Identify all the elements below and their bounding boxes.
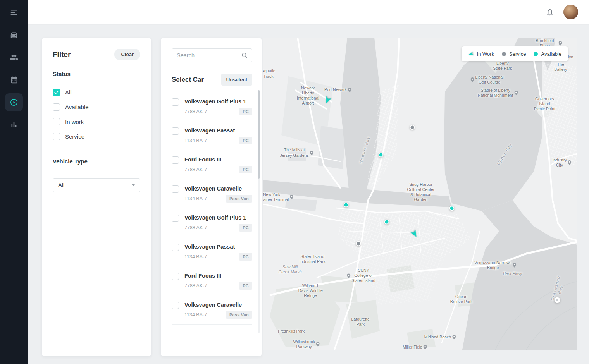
car-plate: 1134 BA-7: [184, 138, 207, 143]
legend-label: In Work: [477, 51, 494, 57]
car-checkbox[interactable]: [172, 98, 179, 106]
user-avatar[interactable]: [563, 5, 578, 19]
map[interactable]: Aquatic TrackNewark Liberty Internationa…: [263, 38, 577, 350]
status-option-label: Available: [65, 104, 89, 110]
car-plate: 7788 AK-7: [184, 167, 207, 172]
map-marker-available[interactable]: [343, 203, 348, 208]
car-plate: 1134 BA-7: [184, 312, 207, 318]
calendar-icon: [10, 76, 18, 84]
vehicle-type-select[interactable]: All: [53, 178, 140, 192]
car-list-item[interactable]: Volksvagen Passat1134 BA-7PC: [172, 237, 252, 266]
unselect-all-button[interactable]: Unselect: [221, 74, 252, 86]
status-option-service[interactable]: Service: [53, 133, 140, 140]
car-search-input[interactable]: [172, 48, 252, 62]
notifications-button[interactable]: [546, 8, 554, 16]
car-info: Ford Focus III7788 AK-7PC: [184, 273, 252, 290]
map-marker-in-work[interactable]: [410, 229, 419, 238]
car-list-item[interactable]: Volksvagen Caravelle1134 BA-7Pass Van: [172, 295, 252, 325]
sidebar-item-calendar[interactable]: [5, 71, 23, 89]
checkbox[interactable]: [53, 118, 60, 125]
car-checkbox[interactable]: [172, 215, 179, 222]
car-type-badge: Pass Van: [226, 311, 252, 319]
car-list-item[interactable]: Volksvagen Passat1134 BA-7PC: [172, 121, 252, 150]
car-checkbox[interactable]: [172, 156, 179, 164]
car-name: Ford Focus III: [184, 156, 252, 163]
sidebar-item-fleet[interactable]: [5, 26, 23, 44]
car-checkbox[interactable]: [172, 302, 179, 309]
search-box: [172, 48, 252, 62]
car-checkbox[interactable]: [172, 185, 179, 193]
menu-icon: [10, 8, 18, 17]
map-marker-in-work[interactable]: [323, 96, 332, 105]
car-meta: 1134 BA-7Pass Van: [184, 311, 252, 319]
status-option-available[interactable]: Available: [53, 103, 140, 111]
car-meta: 1134 BA-7Pass Van: [184, 195, 252, 203]
car-plate: 7788 AK-7: [184, 225, 207, 230]
car-name: Volksvagen Golf Plus 1: [184, 98, 252, 105]
users-icon: [10, 53, 18, 62]
select-car-heading: Select Car: [172, 76, 204, 84]
map-marker-user[interactable]: [554, 297, 560, 303]
car-meta: 7788 AK-7PC: [184, 224, 252, 232]
car-list-item[interactable]: Volksvagen Golf Plus 17788 AK-7PC: [172, 208, 252, 237]
checkbox[interactable]: [53, 89, 60, 96]
status-option-all[interactable]: All: [53, 89, 140, 96]
status-option-in-work[interactable]: In work: [53, 118, 140, 125]
vehicle-type-value: All: [58, 182, 64, 188]
bar-chart-icon: [10, 120, 18, 129]
status-option-label: Service: [65, 133, 84, 140]
map-marker-available[interactable]: [378, 153, 383, 158]
car-list-item[interactable]: Ford Focus III7788 AK-7PC: [172, 150, 252, 179]
car-list-item[interactable]: Volksvagen Golf Plus 17788 AK-7PC: [172, 92, 252, 121]
top-header: [28, 0, 589, 24]
checkbox[interactable]: [53, 103, 60, 111]
sidebar-item-reports[interactable]: [5, 116, 23, 134]
available-icon: [534, 52, 538, 56]
legend-item-service: Service: [502, 51, 526, 57]
map-marker-service[interactable]: [356, 241, 361, 246]
map-markers: [263, 38, 577, 350]
car-select-panel: Select Car Unselect Volksvagen Golf Plus…: [161, 38, 262, 356]
car-checkbox[interactable]: [172, 273, 179, 280]
in-work-icon: [468, 51, 474, 57]
car-type-badge: PC: [239, 108, 252, 115]
map-marker-available[interactable]: [384, 219, 389, 224]
checkbox[interactable]: [53, 133, 60, 140]
legend-item-available: Available: [534, 51, 561, 57]
car-checkbox[interactable]: [172, 244, 179, 251]
status-option-label: All: [65, 89, 72, 96]
sidebar-item-tracking[interactable]: [5, 93, 23, 111]
sidebar-nav: [0, 0, 28, 138]
car-type-badge: PC: [239, 224, 252, 232]
car-list: Volksvagen Golf Plus 17788 AK-7PCVolksva…: [172, 92, 252, 325]
car-meta: 7788 AK-7PC: [184, 282, 252, 290]
car-type-badge: PC: [239, 137, 252, 144]
car-plate: 1134 BA-7: [184, 254, 207, 259]
legend-label: Service: [509, 51, 526, 57]
car-info: Volksvagen Caravelle1134 BA-7Pass Van: [184, 302, 252, 319]
car-list-scrollbar[interactable]: [258, 90, 260, 333]
car-name: Volksvagen Passat: [184, 127, 252, 134]
car-name: Ford Focus III: [184, 273, 252, 279]
filter-title: Filter: [53, 50, 71, 59]
car-meta: 7788 AK-7PC: [184, 108, 252, 115]
car-type-badge: PC: [239, 253, 252, 261]
map-legend: In WorkServiceAvailable: [462, 46, 568, 61]
sidebar-item-menu[interactable]: [5, 3, 23, 21]
car-list-item[interactable]: Volksvagen Caravelle1134 BA-7Pass Van: [172, 179, 252, 208]
chevron-down-icon: [132, 184, 135, 186]
car-info: Volksvagen Passat1134 BA-7PC: [184, 127, 252, 144]
sidebar: [0, 0, 28, 364]
clear-filters-button[interactable]: Clear: [114, 49, 140, 60]
map-marker-available[interactable]: [450, 206, 455, 211]
scrollbar-thumb[interactable]: [258, 90, 260, 179]
map-marker-service[interactable]: [410, 125, 415, 130]
sidebar-item-drivers[interactable]: [5, 48, 23, 66]
car-name: Volksvagen Caravelle: [184, 302, 252, 308]
car-meta: 1134 BA-7PC: [184, 137, 252, 144]
car-list-item[interactable]: Ford Focus III7788 AK-7PC: [172, 266, 252, 295]
car-checkbox[interactable]: [172, 127, 179, 135]
car-type-badge: PC: [239, 166, 252, 173]
legend-label: Available: [541, 51, 561, 57]
car-name: Volksvagen Caravelle: [184, 185, 252, 192]
